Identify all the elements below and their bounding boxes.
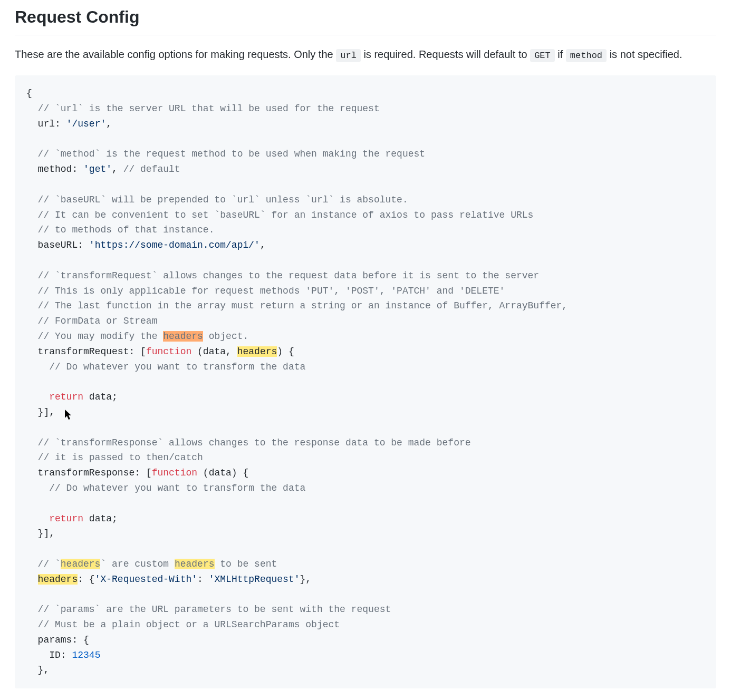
intro-paragraph: These are the available config options f… [15, 46, 716, 63]
code-comment: // Do whatever you want to transform the… [26, 483, 305, 493]
code-comment: // `transformRequest` allows changes to … [26, 270, 539, 281]
code-line: }, [26, 665, 49, 675]
highlight-orange: headers [163, 331, 203, 342]
code-key: method [26, 164, 72, 174]
code-comment: // `baseURL` will be prepended to `url` … [26, 195, 408, 205]
highlight-yellow: headers [38, 574, 78, 585]
code-line: }], [26, 528, 55, 539]
code-string: 'X-Requested-With' [95, 574, 197, 585]
code-punct: , [106, 119, 112, 129]
code-punct: (data) { [197, 468, 248, 478]
code-line: }], [26, 407, 55, 417]
code-string: 'https://some-domain.com/api/' [89, 240, 260, 250]
code-punct: (data, [191, 346, 237, 357]
code-comment: // to methods of that instance. [26, 225, 214, 235]
code-key: transformRequest [26, 346, 129, 357]
code-key: baseURL [26, 240, 78, 250]
code-comment: // it is passed to then/catch [26, 452, 203, 463]
code-key: transformResponse [26, 468, 134, 478]
code-key: params [26, 635, 72, 645]
code-comment: // `headers` are custom headers to be se… [26, 559, 277, 569]
code-keyword: return [26, 392, 83, 402]
code-string: 'get' [83, 164, 112, 174]
code-keyword: return [26, 513, 83, 524]
code-comment: // You may modify the headers object. [26, 331, 248, 342]
highlight-yellow: headers [61, 559, 101, 569]
code-comment: // It can be convenient to set `baseURL`… [26, 210, 533, 220]
highlight-yellow: headers [237, 346, 277, 357]
code-indent [26, 574, 38, 585]
code-comment: // FormData or Stream [26, 316, 157, 326]
code-string: 'XMLHttpRequest' [209, 574, 300, 585]
code-punct: : [78, 240, 89, 250]
code-comment: // Must be a plain object or a URLSearch… [26, 619, 340, 630]
code-keyword: function [152, 468, 197, 478]
code-block-wrapper: { // `url` is the server URL that will b… [15, 75, 716, 688]
code-block: { // `url` is the server URL that will b… [15, 75, 716, 688]
code-punct: : [197, 574, 209, 585]
code-punct: : [72, 164, 83, 174]
code-comment: // `url` is the server URL that will be … [26, 103, 380, 114]
code-comment: // `method` is the request method to be … [26, 149, 425, 159]
intro-text-4: is not specified. [607, 48, 682, 60]
cursor-icon [65, 409, 72, 419]
code-punct: : [61, 650, 72, 660]
code-comment: // default [123, 164, 180, 174]
code-comment: // `transformResponse` allows changes to… [26, 438, 471, 448]
code-line: { [26, 88, 32, 99]
code-punct: : { [72, 635, 89, 645]
code-text: data; [83, 392, 118, 402]
page-title: Request Config [15, 4, 716, 35]
code-punct: ) { [277, 346, 294, 357]
code-key: url [26, 119, 55, 129]
code-punct: , [112, 164, 123, 174]
code-punct: : [ [129, 346, 146, 357]
code-comment: // The last function in the array must r… [26, 300, 568, 311]
code-punct: , [260, 240, 266, 250]
intro-text-2: is required. Requests will default to [361, 48, 530, 60]
code-punct: : [55, 119, 66, 129]
code-punct: : [ [134, 468, 151, 478]
code-string: '/user' [66, 119, 107, 129]
code-comment: // `params` are the URL parameters to be… [26, 604, 391, 615]
highlight-yellow: headers [175, 559, 215, 569]
code-text: data; [83, 513, 118, 524]
code-punct: : { [78, 574, 94, 585]
intro-text-1: These are the available config options f… [15, 48, 336, 60]
intro-text-3: if [555, 48, 566, 60]
code-comment: // This is only applicable for request m… [26, 286, 505, 296]
code-key: ID [26, 650, 61, 660]
code-number: 12345 [72, 650, 100, 660]
code-comment: // Do whatever you want to transform the… [26, 362, 305, 372]
inline-code-url: url [336, 49, 361, 62]
inline-code-method: method [566, 49, 607, 62]
code-punct: }, [300, 574, 312, 585]
code-keyword: function [146, 346, 191, 357]
inline-code-get: GET [530, 49, 555, 62]
